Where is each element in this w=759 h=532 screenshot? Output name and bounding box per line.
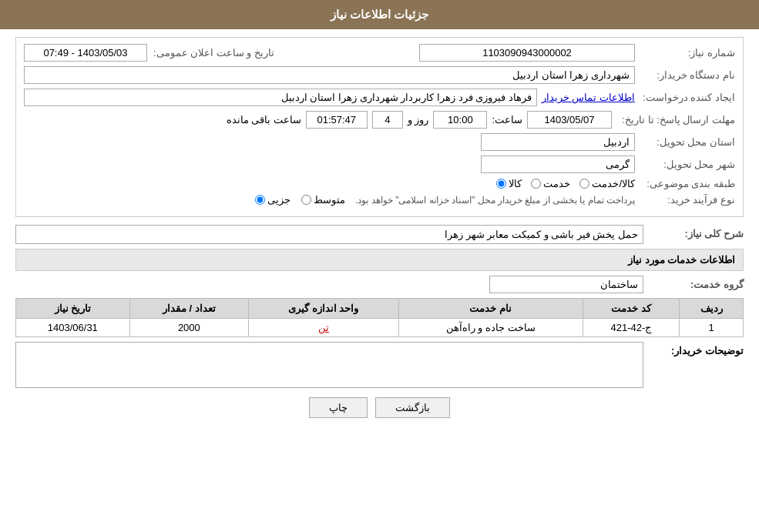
ettelaat-tamas-link[interactable]: اطلاعات تماس خریدار — [542, 92, 635, 103]
shomara-input[interactable] — [419, 44, 635, 62]
tabaqe-kala[interactable]: کالا — [496, 178, 522, 189]
ijad-input[interactable] — [24, 89, 537, 106]
farayand-motavasset[interactable]: متوسط — [301, 194, 345, 206]
cell-radif: 1 — [680, 319, 744, 337]
nam-dastgah-input[interactable] — [24, 66, 635, 84]
description-label: توضیحات خریدار: — [643, 342, 744, 356]
main-content: شماره نیاز: تاریخ و ساعت اعلان عمومی: نا… — [0, 29, 759, 435]
shomara-row: شماره نیاز: تاریخ و ساعت اعلان عمومی: — [24, 44, 735, 62]
tabaqe-khedmat-label: خدمت — [543, 178, 570, 189]
vahed-link[interactable]: تن — [318, 322, 329, 333]
nam-dastgah-label: نام دستگاه خریدار: — [635, 69, 735, 81]
tabaqe-row: طبقه بندی موضوعی: کالا/خدمت خدمت کالا — [24, 178, 735, 189]
sharh-label: شرح کلی نیاز: — [643, 225, 744, 239]
tabaqe-kala-khedmat-radio[interactable] — [579, 179, 589, 189]
roz-label: روز و — [408, 114, 429, 125]
ijad-value: اطلاعات تماس خریدار — [24, 89, 635, 106]
col-tarikh: تاریخ نیاز — [16, 299, 130, 319]
sharh-row: شرح کلی نیاز: — [15, 225, 744, 244]
col-radif: ردیف — [680, 299, 744, 319]
tabaqe-label: طبقه بندی موضوعی: — [635, 178, 735, 189]
back-button[interactable]: بازگشت — [375, 397, 450, 418]
col-kod-khedmat: کد خدمت — [583, 299, 680, 319]
cell-vahed: تن — [249, 319, 399, 337]
mohlat-fields: ساعت: روز و ساعت باقی مانده — [227, 111, 612, 129]
col-name-khedmat: نام خدمت — [398, 299, 583, 319]
mohlat-roz-input[interactable] — [372, 111, 403, 129]
ostan-row: استان محل تحویل: — [24, 133, 735, 151]
tarikh-elaan-input[interactable] — [24, 44, 147, 62]
ostan-label: استان محل تحویل: — [635, 136, 735, 148]
tabaqe-kala-khedmat[interactable]: کالا/خدمت — [579, 178, 635, 189]
farayand-jozi[interactable]: جزیی — [255, 194, 291, 206]
farayand-motavasset-radio[interactable] — [301, 195, 311, 205]
group-label: گروه خدمت: — [643, 279, 744, 290]
print-button[interactable]: چاپ — [309, 397, 368, 418]
shomara-label: شماره نیاز: — [635, 47, 735, 59]
sharh-input[interactable] — [15, 225, 643, 244]
ostan-input[interactable] — [481, 133, 635, 151]
farayand-label: نوع فرآیند خرید: — [635, 194, 735, 206]
tabaqe-options: کالا/خدمت خدمت کالا — [24, 178, 635, 189]
cell-kod: ج-42-421 — [583, 319, 680, 337]
description-box: توضیحات خریدار: — [15, 342, 744, 388]
tabaqe-kala-label: کالا — [509, 178, 522, 189]
remaining-label: ساعت باقی مانده — [227, 114, 301, 125]
tabaqe-khedmat-radio[interactable] — [531, 179, 541, 189]
cell-tarikh: 1403/06/31 — [16, 319, 130, 337]
header-title: جزئیات اطلاعات نیاز — [331, 8, 428, 21]
saat-label: ساعت: — [492, 114, 522, 125]
mohlat-label: مهلت ارسال پاسخ: تا تاریخ: — [612, 114, 735, 125]
group-row: گروه خدمت: — [15, 276, 744, 293]
mohlat-date-input[interactable] — [527, 111, 612, 129]
ijad-label: ایجاد کننده درخواست: — [635, 92, 735, 103]
description-textarea[interactable] — [15, 342, 643, 388]
tabaqe-kala-khedmat-label: کالا/خدمت — [592, 178, 635, 189]
farayand-note: پرداخت تمام یا بخشی از مبلغ خریدار محل "… — [355, 195, 635, 206]
page-wrapper: جزئیات اطلاعات نیاز شماره نیاز: تاریخ و … — [0, 0, 759, 532]
shahr-label: شهر محل تحویل: — [635, 159, 735, 170]
farayand-motavasset-label: متوسط — [314, 194, 345, 206]
main-form-section: شماره نیاز: تاریخ و ساعت اعلان عمومی: نا… — [15, 37, 744, 217]
col-vahed: واحد اندازه گیری — [249, 299, 399, 319]
farayand-jozi-label: جزیی — [267, 194, 291, 206]
ostan-value — [24, 133, 635, 151]
shahr-value — [24, 156, 635, 173]
farayand-options: پرداخت تمام یا بخشی از مبلغ خریدار محل "… — [24, 194, 635, 206]
page-header: جزئیات اطلاعات نیاز — [0, 0, 759, 29]
tabaqe-khedmat[interactable]: خدمت — [531, 178, 570, 189]
cell-tedad: 2000 — [129, 319, 248, 337]
tabaqe-kala-radio[interactable] — [496, 179, 506, 189]
shahr-row: شهر محل تحویل: — [24, 156, 735, 173]
shomara-value — [290, 44, 635, 62]
services-table-container: ردیف کد خدمت نام خدمت واحد اندازه گیری ت… — [15, 298, 744, 337]
shahr-input[interactable] — [481, 156, 635, 173]
table-row: 1 ج-42-421 ساخت جاده و راه‌آهن تن 2000 1… — [16, 319, 744, 337]
col-tedad: تعداد / مقدار — [129, 299, 248, 319]
mohlat-saat-input[interactable] — [433, 111, 487, 129]
cell-name: ساخت جاده و راه‌آهن — [398, 319, 583, 337]
farayand-row: نوع فرآیند خرید: پرداخت تمام یا بخشی از … — [24, 194, 735, 206]
farayand-jozi-radio[interactable] — [255, 195, 265, 205]
mohlat-remaining-input[interactable] — [306, 111, 368, 129]
services-section-title: اطلاعات خدمات مورد نیاز — [15, 249, 744, 271]
group-input[interactable] — [489, 276, 643, 293]
nam-dastgah-value — [24, 66, 635, 84]
ijad-row: ایجاد کننده درخواست: اطلاعات تماس خریدار — [24, 89, 735, 106]
table-header-row: ردیف کد خدمت نام خدمت واحد اندازه گیری ت… — [16, 299, 744, 319]
mohlat-row: مهلت ارسال پاسخ: تا تاریخ: ساعت: روز و س… — [24, 111, 735, 129]
services-title-text: اطلاعات خدمات مورد نیاز — [628, 254, 735, 266]
tarikh-elaan-label: تاریخ و ساعت اعلان عمومی: — [147, 47, 274, 59]
nam-dastgah-row: نام دستگاه خریدار: — [24, 66, 735, 84]
button-row: بازگشت چاپ — [15, 397, 744, 418]
services-table: ردیف کد خدمت نام خدمت واحد اندازه گیری ت… — [15, 298, 744, 337]
